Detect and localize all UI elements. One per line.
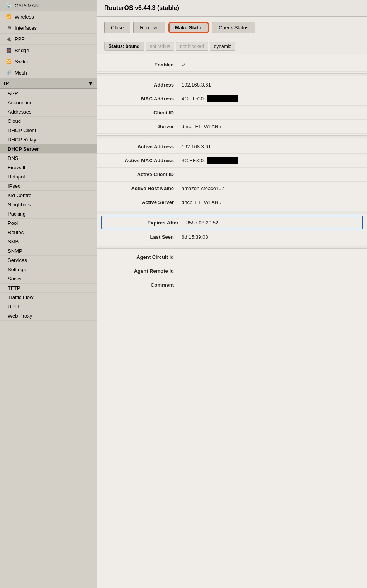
- mac-address-value: 4C:EF:C0:: [182, 95, 360, 102]
- sidebar-label-neighbors: Neighbors: [8, 202, 31, 207]
- sidebar-label-dhcp-client: DHCP Client: [8, 127, 36, 133]
- sidebar-item-packing[interactable]: Packing: [0, 209, 97, 219]
- sidebar-item-ipsec[interactable]: IPsec: [0, 182, 97, 191]
- active-mac-address-value: 4C:EF:C0:: [182, 157, 360, 164]
- sidebar-label-ppp: PPP: [15, 36, 25, 42]
- sidebar-item-switch[interactable]: 🔀 Switch: [0, 56, 97, 67]
- sidebar-item-mesh[interactable]: 🔗 Mesh: [0, 67, 97, 78]
- active-client-id-label: Active Client ID: [104, 172, 182, 177]
- status-not-blocked: not blocked: [176, 42, 208, 51]
- sidebar-item-dhcp-server[interactable]: DHCP Server: [0, 144, 97, 154]
- sidebar-item-wireless[interactable]: 📶 Wireless: [0, 11, 97, 22]
- sidebar-label-dns: DNS: [8, 155, 18, 161]
- sidebar-item-addresses[interactable]: Addresses: [0, 107, 97, 117]
- switch-icon: 🔀: [5, 58, 12, 65]
- sidebar-item-accounting[interactable]: Accounting: [0, 98, 97, 107]
- sidebar-item-hotspot[interactable]: Hotspot: [0, 172, 97, 182]
- agent-remote-id-row: Agent Remote Id: [97, 264, 367, 278]
- client-id-row: Client ID: [97, 106, 367, 120]
- sidebar-label-addresses: Addresses: [8, 109, 31, 115]
- sidebar-label-kid-control: Kid Control: [8, 192, 32, 198]
- check-status-button[interactable]: Check Status: [212, 22, 255, 33]
- section-divider-4: [97, 246, 367, 249]
- section-divider-1: [97, 73, 367, 76]
- sidebar-label-cloud: Cloud: [8, 118, 21, 124]
- mesh-icon: 🔗: [5, 69, 12, 76]
- sidebar-label-packing: Packing: [8, 211, 25, 217]
- sidebar-item-dns[interactable]: DNS: [0, 154, 97, 163]
- sidebar-item-interfaces[interactable]: 🖥 Interfaces: [0, 22, 97, 34]
- expires-after-label: Expires After: [109, 220, 186, 226]
- active-mac-address-label: Active MAC Address: [104, 158, 182, 163]
- sidebar-item-ppp[interactable]: 🔌 PPP: [0, 34, 97, 45]
- agent-circuit-id-row: Agent Circuit Id: [97, 250, 367, 264]
- sidebar-item-smb[interactable]: SMB: [0, 237, 97, 246]
- sidebar-item-cloud[interactable]: Cloud: [0, 117, 97, 126]
- sidebar-ip-header[interactable]: IP ▼: [0, 78, 97, 89]
- capsman-icon: 📡: [5, 2, 12, 9]
- active-host-name-label: Active Host Name: [104, 185, 182, 191]
- sidebar-item-services[interactable]: Services: [0, 256, 97, 265]
- sidebar-item-dhcp-relay[interactable]: DHCP Relay: [0, 135, 97, 144]
- active-host-name-row: Active Host Name amazon-cfeace107: [97, 182, 367, 195]
- sidebar-item-capsman[interactable]: 📡 CAPsMAN: [0, 0, 97, 11]
- server-value: dhcp_F1_WLAN5: [182, 124, 360, 129]
- active-client-id-row: Active Client ID: [97, 168, 367, 182]
- client-id-label: Client ID: [104, 110, 182, 116]
- sidebar-label-accounting: Accounting: [8, 100, 32, 105]
- enabled-value: ✓: [182, 62, 360, 68]
- mac-address-row: MAC Address 4C:EF:C0:: [97, 92, 367, 106]
- sidebar-label-routes: Routes: [8, 229, 24, 235]
- sidebar-item-traffic-flow[interactable]: Traffic Flow: [0, 293, 97, 302]
- sidebar-item-snmp[interactable]: SNMP: [0, 246, 97, 256]
- active-mac-address-row: Active MAC Address 4C:EF:C0:: [97, 154, 367, 168]
- section-divider-2: [97, 135, 367, 138]
- active-address-row: Active Address 192.168.3.61: [97, 140, 367, 154]
- close-button[interactable]: Close: [104, 22, 130, 33]
- interfaces-icon: 🖥: [5, 24, 12, 31]
- ppp-icon: 🔌: [5, 36, 12, 42]
- sidebar-item-settings[interactable]: Settings: [0, 265, 97, 274]
- wireless-icon: 📶: [5, 13, 12, 20]
- last-seen-label: Last Seen: [104, 234, 182, 240]
- form-area: Enabled ✓ Address 192.168.3.61 MAC Addre…: [97, 54, 367, 296]
- status-dynamic: dynamic: [210, 42, 236, 51]
- sidebar-item-neighbors[interactable]: Neighbors: [0, 200, 97, 209]
- sidebar-item-socks[interactable]: Socks: [0, 274, 97, 284]
- sidebar-item-pool[interactable]: Pool: [0, 219, 97, 228]
- remove-button[interactable]: Remove: [133, 22, 165, 33]
- enabled-label: Enabled: [104, 62, 182, 68]
- agent-circuit-id-label: Agent Circuit Id: [104, 254, 182, 260]
- sidebar-item-tftp[interactable]: TFTP: [0, 284, 97, 293]
- sidebar-item-bridge[interactable]: 🌉 Bridge: [0, 45, 97, 56]
- sidebar-label-smb: SMB: [8, 239, 19, 245]
- active-server-label: Active Server: [104, 199, 182, 205]
- sidebar-item-firewall[interactable]: Firewall: [0, 163, 97, 172]
- active-server-row: Active Server dhcp_F1_WLAN5: [97, 195, 367, 209]
- sidebar-label-bridge: Bridge: [15, 48, 29, 53]
- comment-row: Comment: [97, 278, 367, 292]
- sidebar-label-hotspot: Hotspot: [8, 174, 25, 180]
- main-content: RouterOS v6.44.3 (stable) Close Remove M…: [97, 0, 367, 588]
- ip-label: IP: [4, 80, 9, 87]
- expires-after-value: 358d 08:20:52: [186, 220, 355, 226]
- sidebar-item-web-proxy[interactable]: Web Proxy: [0, 311, 97, 321]
- sidebar-label-snmp: SNMP: [8, 248, 22, 254]
- sidebar-label-wireless: Wireless: [15, 14, 34, 20]
- make-static-button[interactable]: Make Static: [168, 22, 209, 33]
- active-address-value: 192.168.3.61: [182, 144, 360, 150]
- mac-prefix: 4C:EF:C0:: [182, 96, 205, 102]
- sidebar-label-upnp: UPnP: [8, 304, 21, 309]
- sidebar-item-upnp[interactable]: UPnP: [0, 302, 97, 311]
- sidebar-item-routes[interactable]: Routes: [0, 228, 97, 237]
- sidebar-item-dhcp-client[interactable]: DHCP Client: [0, 126, 97, 135]
- status-bar: Status: bound not radius not blocked dyn…: [97, 39, 367, 54]
- sidebar-item-kid-control[interactable]: Kid Control: [0, 191, 97, 200]
- sidebar-label-switch: Switch: [15, 59, 29, 65]
- sidebar-label-tftp: TFTP: [8, 285, 20, 291]
- sidebar-label-dhcp-server: DHCP Server: [8, 146, 39, 152]
- active-address-label: Active Address: [104, 144, 182, 150]
- enabled-row: Enabled ✓: [97, 58, 367, 72]
- address-row: Address 192.168.3.61: [97, 78, 367, 92]
- sidebar-item-arp[interactable]: ARP: [0, 89, 97, 98]
